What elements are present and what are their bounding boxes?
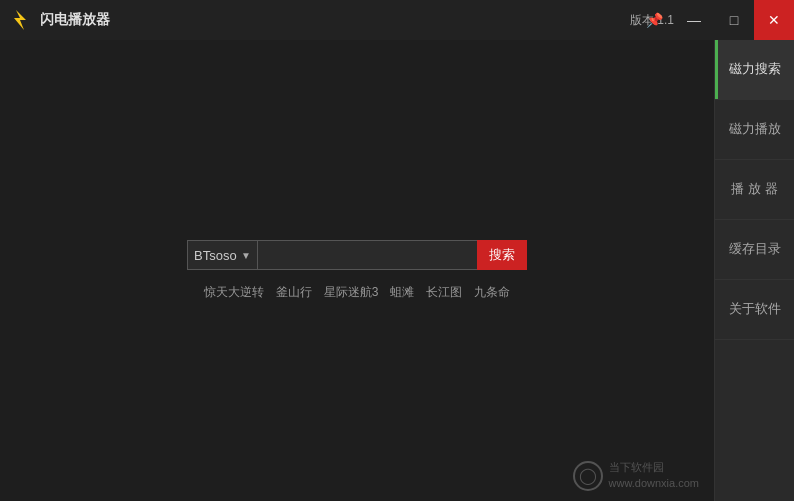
- pin-button[interactable]: 📌: [634, 0, 674, 40]
- watermark-circle-icon: ◯: [573, 461, 603, 491]
- sidebar-item-about-label: 关于软件: [729, 300, 781, 318]
- close-button[interactable]: ✕: [754, 0, 794, 40]
- sidebar-item-player-label: 播 放 器: [731, 180, 777, 198]
- maximize-button[interactable]: □: [714, 0, 754, 40]
- search-row: BTsoso 磁力搜 BT之家 ▼ 搜索: [187, 240, 527, 270]
- watermark-site-url: www.downxia.com: [609, 476, 699, 491]
- app-title: 闪电播放器: [40, 11, 110, 29]
- active-indicator: [715, 40, 718, 99]
- sidebar-item-magnet-search-label: 磁力搜索: [729, 60, 781, 78]
- minimize-button[interactable]: —: [674, 0, 714, 40]
- title-bar: 闪电播放器 版本:1.1 📌 — □ ✕: [0, 0, 794, 40]
- hot-search-item-1[interactable]: 惊天大逆转: [204, 284, 264, 301]
- search-input[interactable]: [257, 240, 477, 270]
- hot-search-item-4[interactable]: 蛆滩: [390, 284, 414, 301]
- sidebar-item-magnet-play[interactable]: 磁力播放: [715, 100, 794, 160]
- svg-marker-0: [14, 10, 26, 30]
- watermark-text: 当下软件园 www.downxia.com: [609, 460, 699, 491]
- sidebar-item-cache-dir-label: 缓存目录: [729, 240, 781, 258]
- hot-search-item-5[interactable]: 长江图: [426, 284, 462, 301]
- source-select-wrapper: BTsoso 磁力搜 BT之家 ▼: [187, 240, 257, 270]
- sidebar-item-player[interactable]: 播 放 器: [715, 160, 794, 220]
- sidebar-item-magnet-search[interactable]: 磁力搜索: [715, 40, 794, 100]
- sidebar: 磁力搜索 磁力播放 播 放 器 缓存目录 关于软件: [714, 40, 794, 501]
- sidebar-item-about[interactable]: 关于软件: [715, 280, 794, 340]
- watermark: ◯ 当下软件园 www.downxia.com: [573, 460, 699, 491]
- search-button[interactable]: 搜索: [477, 240, 527, 270]
- hot-search-item-6[interactable]: 九条命: [474, 284, 510, 301]
- hot-searches: 惊天大逆转 釜山行 星际迷航3 蛆滩 长江图 九条命: [204, 284, 511, 301]
- hot-search-item-2[interactable]: 釜山行: [276, 284, 312, 301]
- source-select[interactable]: BTsoso 磁力搜 BT之家: [194, 248, 253, 263]
- sidebar-item-cache-dir[interactable]: 缓存目录: [715, 220, 794, 280]
- main-layout: BTsoso 磁力搜 BT之家 ▼ 搜索 惊天大逆转 釜山行 星际迷航3 蛆滩 …: [0, 40, 794, 501]
- hot-search-item-3[interactable]: 星际迷航3: [324, 284, 379, 301]
- window-controls: 📌 — □ ✕: [634, 0, 794, 40]
- app-logo-icon: [10, 8, 34, 32]
- logo-area: 闪电播放器: [10, 8, 110, 32]
- sidebar-item-magnet-play-label: 磁力播放: [729, 120, 781, 138]
- content-area: BTsoso 磁力搜 BT之家 ▼ 搜索 惊天大逆转 釜山行 星际迷航3 蛆滩 …: [0, 40, 714, 501]
- search-section: BTsoso 磁力搜 BT之家 ▼ 搜索 惊天大逆转 釜山行 星际迷航3 蛆滩 …: [187, 240, 527, 301]
- watermark-site-label: 当下软件园: [609, 460, 699, 475]
